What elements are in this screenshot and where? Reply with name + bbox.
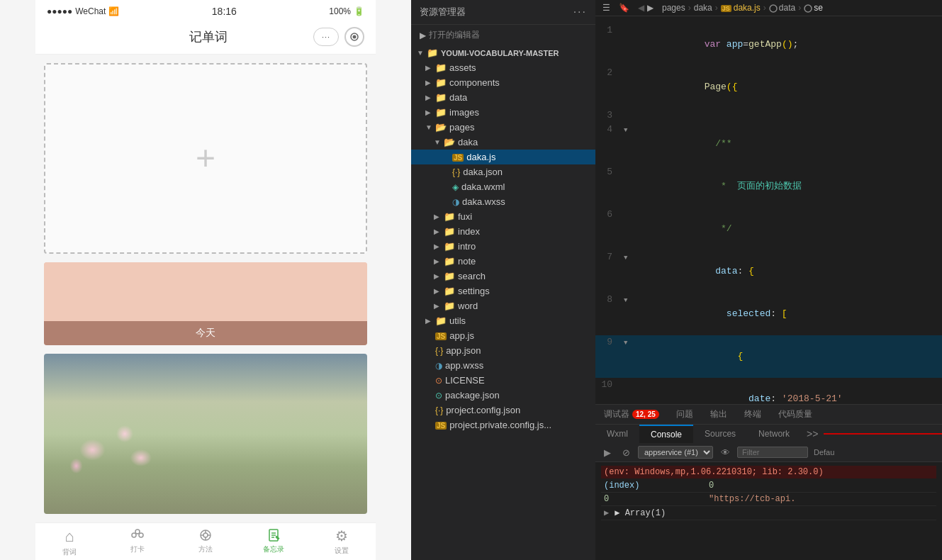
tree-item-intro[interactable]: ▶ 📁 intro xyxy=(411,239,595,254)
tree-item-daka-wxml[interactable]: ◈ daka.wxml xyxy=(411,179,595,194)
battery-label: 100% xyxy=(329,6,351,16)
line-num-1: 1 xyxy=(595,23,624,38)
tab-quality[interactable]: 代码质量 xyxy=(770,405,821,424)
data-folder-icon: 📁 xyxy=(435,92,447,103)
hamburger-icon[interactable]: ☰ xyxy=(602,3,610,13)
nav-item-back[interactable]: ⌂ 背词 xyxy=(35,527,103,557)
tab-terminal[interactable]: 终端 xyxy=(736,405,770,424)
word-label: word xyxy=(458,301,478,311)
add-content-box[interactable]: + xyxy=(44,63,367,254)
settings-label: settings xyxy=(458,286,490,296)
breadcrumb-data[interactable]: data xyxy=(769,3,795,13)
package-json-icon: ⊙ xyxy=(435,391,442,401)
nav-item-notes[interactable]: 备忘录 xyxy=(240,527,308,557)
wifi-icon: 📶 xyxy=(108,6,119,16)
phone-content: + 今天 xyxy=(35,55,376,522)
tree-item-components[interactable]: ▶ 📁 components xyxy=(411,75,595,90)
tree-item-fuxi[interactable]: ▶ 📁 fuxi xyxy=(411,209,595,224)
status-left: ●●●●● WeChat 📶 xyxy=(47,6,119,16)
tree-item-package-json[interactable]: ⊙ package.json xyxy=(411,388,595,403)
line-num-6: 6 xyxy=(595,208,624,222)
pages-arrow: ▼ xyxy=(425,123,435,131)
tree-item-word[interactable]: ▶ 📁 word xyxy=(411,298,595,313)
tree-item-note[interactable]: ▶ 📁 note xyxy=(411,254,595,269)
tree-item-pages[interactable]: ▼ 📂 pages xyxy=(411,120,595,135)
tree-item-images[interactable]: ▶ 📁 images xyxy=(411,105,595,120)
tab-output[interactable]: 输出 xyxy=(702,405,736,424)
bottom-tabs-row: 调试器 12, 25 问题 输出 终端 代码质量 xyxy=(595,405,942,425)
daka-wxss-icon: ◑ xyxy=(452,197,459,207)
tree-item-utils[interactable]: ▶ 📁 utils xyxy=(411,313,595,328)
tree-item-settings[interactable]: ▶ 📁 settings xyxy=(411,284,595,298)
components-label: components xyxy=(449,77,500,88)
nav-item-settings[interactable]: ⚙ 设置 xyxy=(308,527,376,557)
nav-item-method[interactable]: 方法 xyxy=(172,527,240,557)
context-select[interactable]: appservice (#1) xyxy=(638,446,713,459)
line-arrow-7: ▼ xyxy=(624,250,638,265)
nav-label-daka: 打卡 xyxy=(130,544,145,554)
console-tab-wxml[interactable]: Wxml xyxy=(595,425,639,442)
breadcrumb-daka-js[interactable]: JSdaka.js xyxy=(721,3,761,13)
console-tab-sources[interactable]: Sources xyxy=(693,425,747,442)
tree-item-license[interactable]: ⊙ LICENSE xyxy=(411,373,595,388)
today-button[interactable]: 今天 xyxy=(44,321,367,345)
right-panel-wrapper: ☰ 🔖 ◀ ▶ pages › daka › JSdaka.js › data … xyxy=(595,0,942,560)
photo-image xyxy=(44,354,367,514)
tab-debugger[interactable]: 调试器 12, 25 xyxy=(595,405,668,424)
tree-item-app-json[interactable]: {·} app.json xyxy=(411,343,595,358)
problem-label: 问题 xyxy=(676,408,693,420)
nav-back-icon[interactable]: ◀ xyxy=(638,3,644,13)
tree-item-project-private[interactable]: JS project.private.config.js... xyxy=(411,418,595,432)
tree-item-app-js[interactable]: JS app.js xyxy=(411,328,595,343)
breadcrumb-sep-2: › xyxy=(715,3,718,13)
more-button[interactable]: ··· xyxy=(313,28,339,46)
code-area[interactable]: 1 var app=getApp(); 2 Page({ 3 xyxy=(595,16,942,404)
explorer-header: 资源管理器 ··· xyxy=(411,0,595,25)
tree-item-daka-folder[interactable]: ▼ 📂 daka xyxy=(411,135,595,150)
tree-item-project-config[interactable]: {·} project.config.json xyxy=(411,403,595,418)
tree-item-daka-wxss[interactable]: ◑ daka.wxss xyxy=(411,194,595,209)
tree-item-app-wxss[interactable]: ◑ app.wxss xyxy=(411,358,595,373)
tab-problem[interactable]: 问题 xyxy=(668,405,702,424)
tree-item-search[interactable]: ▶ 📁 search xyxy=(411,269,595,284)
bookmark-icon[interactable]: 🔖 xyxy=(619,3,629,13)
console-tab-console[interactable]: Console xyxy=(639,425,693,443)
nav-icon-notes xyxy=(266,527,281,543)
nav-forward-icon[interactable]: ▶ xyxy=(647,3,654,13)
tree-item-data[interactable]: ▶ 📁 data xyxy=(411,90,595,105)
console-tab-more[interactable]: >> xyxy=(801,425,824,443)
line-arrow-10 xyxy=(624,378,638,379)
tree-item-index[interactable]: ▶ 📁 index xyxy=(411,224,595,239)
nav-label-method: 方法 xyxy=(198,544,213,554)
tree-root[interactable]: ▼ 📁 YOUMI-VOCABULARY-MASTER xyxy=(411,45,595,60)
daka-wxml-label: daka.wxml xyxy=(461,181,505,192)
default-label: Defau xyxy=(814,448,834,457)
images-arrow: ▶ xyxy=(425,108,435,116)
open-editors-section[interactable]: ▶ 打开的编辑器 xyxy=(411,25,595,45)
nav-item-daka[interactable]: 打卡 xyxy=(103,527,172,557)
record-icon xyxy=(349,32,359,42)
open-editors-arrow: ▶ xyxy=(420,30,426,40)
explorer-more-button[interactable]: ··· xyxy=(573,6,587,18)
filter-input[interactable] xyxy=(737,447,808,458)
tree-item-daka-json[interactable]: {·} daka.json xyxy=(411,164,595,179)
line-arrow-8: ▼ xyxy=(624,293,638,308)
breadcrumb-pages[interactable]: pages xyxy=(662,3,685,13)
breadcrumb-daka-folder[interactable]: daka xyxy=(694,3,712,13)
record-button[interactable] xyxy=(344,27,364,47)
daka-wxml-icon: ◈ xyxy=(452,182,459,192)
pages-label: pages xyxy=(449,122,474,133)
stop-button[interactable]: ⊘ xyxy=(619,446,632,459)
svg-point-20 xyxy=(804,5,812,12)
console-tab-network[interactable]: Network xyxy=(747,425,801,442)
breadcrumb-se: se xyxy=(804,3,823,13)
execute-button[interactable]: ▶ xyxy=(601,446,614,459)
output-label: 输出 xyxy=(710,408,727,420)
console-output[interactable]: (env: Windows,mp,1.06.2210310; lib: 2.30… xyxy=(595,462,942,560)
photo-card xyxy=(44,354,367,514)
tree-item-assets[interactable]: ▶ 📁 assets xyxy=(411,60,595,75)
battery-icon: 🔋 xyxy=(354,6,364,16)
array-expand-icon[interactable]: ▶ xyxy=(604,508,609,518)
tree-item-daka-js[interactable]: JS daka.js xyxy=(411,150,595,164)
eye-button[interactable]: 👁 xyxy=(719,446,731,459)
